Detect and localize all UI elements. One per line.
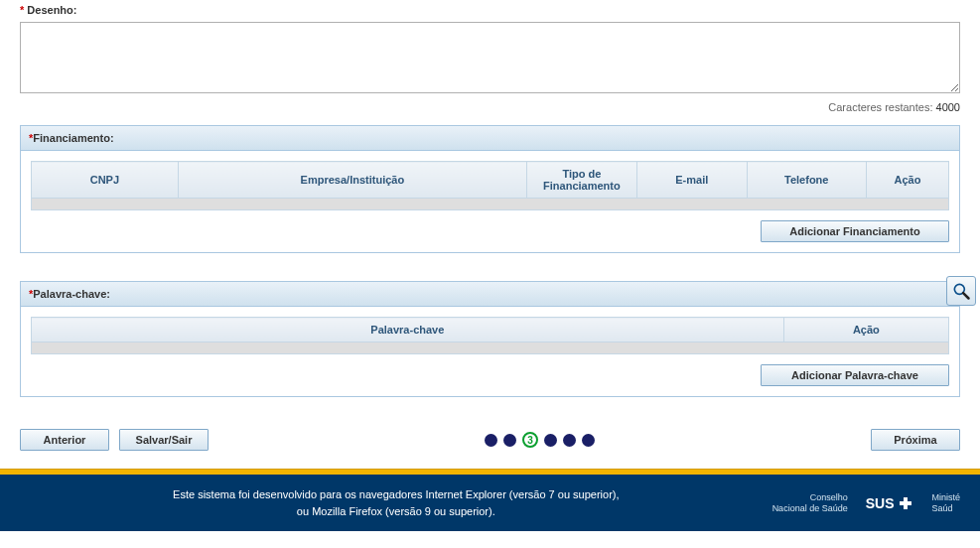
financiamento-header: *Financiamento: [21,126,959,151]
step-6[interactable] [582,434,595,447]
adicionar-palavra-chave-button[interactable]: Adicionar Palavra-chave [761,364,949,386]
palavra-chave-header: *Palavra-chave: [21,282,959,307]
nav-bar: Anterior Salvar/Sair 3 Próxima [20,425,960,469]
step-3-active[interactable]: 3 [522,432,538,448]
health-cross-icon [898,495,913,511]
col-cnpj: CNPJ [32,162,179,199]
required-asterisk: * [20,4,24,16]
col-palavra: Palavra-chave [32,318,784,342]
logo-sus: SUS [866,495,914,511]
footer: Este sistema foi desenvolvido para os na… [0,475,980,531]
desenho-label: * Desenho: [20,0,960,22]
magnifier-icon [951,281,971,301]
col-tipo: Tipo de Financiamento [526,162,636,199]
proxima-button[interactable]: Próxima [871,429,960,451]
col-empresa: Empresa/Instituição [178,162,526,199]
palavra-scroller[interactable] [32,342,949,354]
financiamento-table: CNPJ Empresa/Instituição Tipo de Financi… [31,161,949,210]
svg-line-3 [963,293,968,298]
logo-conselho: Conselho Nacional de Saúde [772,492,848,514]
salvar-sair-button[interactable]: Salvar/Sair [119,429,209,451]
char-remaining-value: 4000 [936,101,960,113]
palavra-chave-table: Palavra-chave Ação [31,317,949,354]
footer-logos: Conselho Nacional de Saúde SUS Ministé S… [772,492,960,514]
adicionar-financiamento-button[interactable]: Adicionar Financiamento [761,220,949,242]
financiamento-section: *Financiamento: CNPJ Empresa/Instituição… [20,125,960,253]
zoom-tool-button[interactable] [946,276,976,306]
col-acao-palavra: Ação [783,318,948,342]
step-1[interactable] [485,434,497,447]
anterior-button[interactable]: Anterior [20,429,109,451]
svg-rect-1 [900,501,911,505]
col-email: E-mail [636,162,747,199]
step-2[interactable] [503,434,516,447]
char-remaining-label: Caracteres restantes: 4000 [20,97,960,125]
desenho-textarea[interactable] [21,23,959,92]
financiamento-scroller[interactable] [32,199,949,210]
col-acao: Ação [866,162,948,199]
step-4[interactable] [544,434,557,447]
step-indicator: 3 [485,432,595,448]
step-5[interactable] [563,434,576,447]
logo-ministerio: Ministé Saúd [931,492,960,514]
desenho-textarea-wrap [20,22,960,93]
footer-text: Este sistema foi desenvolvido para os na… [20,486,772,519]
col-telefone: Telefone [747,162,866,199]
palavra-chave-section: *Palavra-chave: Palavra-chave Ação Adici… [20,281,960,397]
